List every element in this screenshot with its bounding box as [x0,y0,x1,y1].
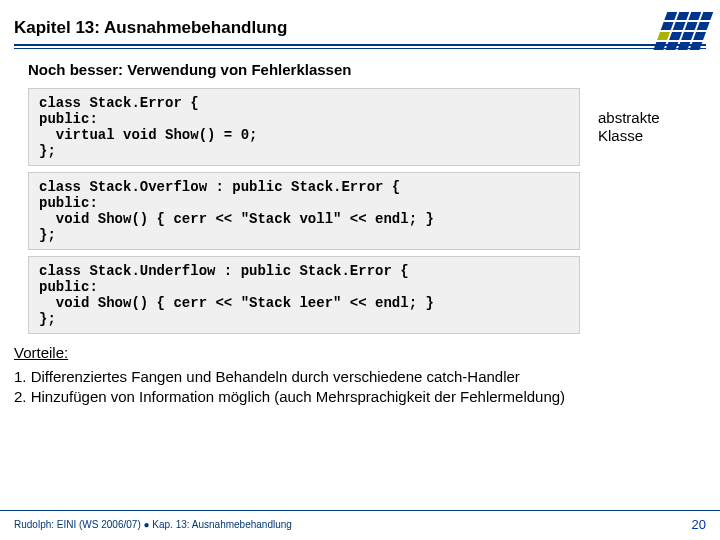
chapter-title: Kapitel 13: Ausnahmebehandlung [14,18,720,38]
subheading: Noch besser: Verwendung von Fehlerklasse… [28,61,720,78]
code-block-overflow: class Stack.Overflow : public Stack.Erro… [28,172,580,250]
svg-rect-1 [676,12,689,20]
svg-rect-15 [689,42,702,50]
svg-rect-2 [688,12,701,20]
svg-rect-9 [669,32,682,40]
advantage-item-2: 2. Hinzufügen von Information möglich (a… [14,387,708,407]
advantages-label: Vorteile: [14,344,720,361]
divider-thin [14,48,706,49]
advantages-list: 1. Differenziertes Fangen und Behandeln … [14,367,708,408]
logo-icon [648,10,718,58]
svg-rect-6 [685,22,698,30]
svg-rect-14 [677,42,690,50]
slide-footer: Rudolph: EINI (WS 2006/07) ● Kap. 13: Au… [0,510,720,540]
svg-rect-4 [661,22,674,30]
svg-rect-3 [700,12,713,20]
advantage-item-1: 1. Differenziertes Fangen und Behandeln … [14,367,708,387]
code-row-1: class Stack.Error { public: virtual void… [28,88,702,166]
svg-rect-13 [665,42,678,50]
code-row-3: class Stack.Underflow : public Stack.Err… [28,256,702,334]
code-row-2: class Stack.Overflow : public Stack.Erro… [28,172,702,250]
svg-rect-10 [681,32,694,40]
svg-rect-11 [693,32,706,40]
code-block-underflow: class Stack.Underflow : public Stack.Err… [28,256,580,334]
svg-rect-8 [657,32,670,40]
code-block-stackerror: class Stack.Error { public: virtual void… [28,88,580,166]
annotation-abstract: abstrakte Klasse [598,109,660,145]
svg-rect-0 [664,12,677,20]
slide-header: Kapitel 13: Ausnahmebehandlung [0,0,720,49]
divider-thick [14,44,706,46]
page-number: 20 [692,517,706,532]
svg-rect-5 [673,22,686,30]
svg-rect-12 [653,42,666,50]
footer-text: Rudolph: EINI (WS 2006/07) ● Kap. 13: Au… [14,519,292,530]
svg-rect-7 [697,22,710,30]
